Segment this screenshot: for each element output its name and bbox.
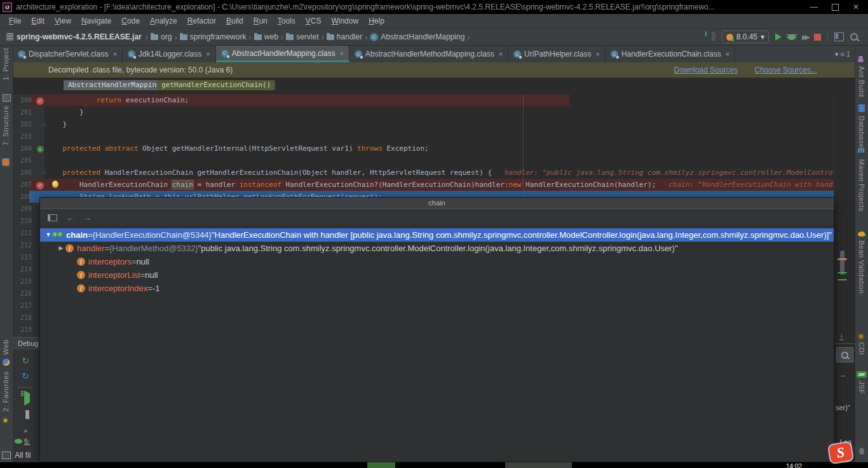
update-application-icon[interactable]: 011001⬇ xyxy=(704,32,715,42)
minimize-icon[interactable]: — xyxy=(810,3,818,11)
run-button[interactable] xyxy=(775,33,782,41)
breadcrumb-class[interactable]: CAbstractHandlerMapping xyxy=(370,32,465,41)
close-icon[interactable]: × xyxy=(206,50,210,58)
popup-title[interactable]: chain xyxy=(40,198,834,209)
taskbar-item[interactable] xyxy=(505,462,572,468)
editor-scrollbar-strip[interactable]: ↓ → ser)" xyxy=(834,94,855,462)
toolwindow-button-ant[interactable]: Ant Build xyxy=(858,66,865,97)
taskbar-item[interactable] xyxy=(367,462,395,468)
menu-item-vcs[interactable]: VCS xyxy=(301,17,327,25)
breadcrumb-handler[interactable]: handler xyxy=(327,32,362,41)
breadcrumb-web[interactable]: web xyxy=(254,32,278,41)
scrollbar-thumb[interactable] xyxy=(840,251,844,275)
right-toolwindow-stripe: Ant Build Database m Maven Projects Bean… xyxy=(855,46,868,468)
more-actions-icon[interactable]: » xyxy=(19,427,32,434)
close-icon[interactable]: ✕ xyxy=(853,3,859,11)
line-number: 213 xyxy=(13,251,34,263)
folder-icon xyxy=(151,34,158,40)
tab-abstracthandlermethodmapping[interactable]: C AbstractHandlerMethodMapping.class × xyxy=(349,46,508,62)
coverage-button[interactable]: ▶▶ xyxy=(802,33,808,41)
close-icon[interactable]: × xyxy=(112,50,116,58)
scroll-to-end-icon[interactable]: ↓ xyxy=(839,331,843,340)
intention-bulb-icon[interactable] xyxy=(52,181,58,188)
back-icon[interactable]: ← xyxy=(66,213,74,223)
code-line-204: 204↓ protected abstract Object getHandle… xyxy=(13,142,834,155)
override-icon[interactable]: ↓ xyxy=(37,146,44,153)
class-icon: C xyxy=(128,50,135,58)
menu-item-tools[interactable]: Tools xyxy=(273,17,301,25)
tab-dispatcherservlet[interactable]: C DispatcherServlet.class × xyxy=(13,46,123,62)
maximize-icon[interactable] xyxy=(832,4,839,11)
toolwindow-button-jsf[interactable]: JSF xyxy=(858,381,865,394)
debug-stripe-mark[interactable] xyxy=(837,272,847,273)
show-fields-icon[interactable] xyxy=(48,214,57,221)
variable-row-handler[interactable]: ▶fhandler = {HandlerMethod@5332} "public… xyxy=(40,242,834,255)
toolwindow-button-beanvalidation[interactable]: Bean Validation xyxy=(858,240,865,294)
breadcrumb-chip-class[interactable]: AbstractHandlerMapping xyxy=(64,80,165,90)
search-icon[interactable] xyxy=(850,33,858,41)
resume-icon[interactable]: ↻ xyxy=(19,371,32,381)
toolwindow-button-project[interactable]: 1: Project xyxy=(2,48,10,80)
breakpoint-icon[interactable]: ✓ xyxy=(36,182,44,189)
evaluate-expression-icon[interactable] xyxy=(836,347,853,362)
breakpoint-icon[interactable]: ✓ xyxy=(36,97,44,105)
toolwindow-switcher-icon[interactable] xyxy=(2,451,11,459)
menu-item-code[interactable]: Code xyxy=(116,17,145,25)
close-icon[interactable]: × xyxy=(339,50,343,57)
tab-jdk14logger[interactable]: C Jdk14Logger.class × xyxy=(123,46,216,62)
breadcrumb-org[interactable]: org xyxy=(151,32,172,41)
run-configuration-select[interactable]: 8.0.45 ▾ xyxy=(722,31,769,43)
choose-sources-link[interactable]: Choose Sources... xyxy=(754,65,817,74)
tab-abstracthandlermapping[interactable]: C AbstractHandlerMapping.class × xyxy=(216,46,349,62)
gutter-icons[interactable]: ✓ xyxy=(34,94,46,106)
tab-overflow-button[interactable]: ▾ ≡ 1 xyxy=(835,46,855,62)
close-icon[interactable]: × xyxy=(595,50,599,58)
menu-item-view[interactable]: View xyxy=(50,17,76,25)
gutter-icons[interactable]: ↓ xyxy=(34,142,46,155)
toolwindow-button-maven[interactable]: Maven Projects xyxy=(858,159,865,212)
menu-item-build[interactable]: Build xyxy=(221,17,248,25)
expander-icon[interactable]: ▶ xyxy=(57,242,65,255)
expander-icon[interactable]: ▼ xyxy=(44,228,53,242)
debug-button[interactable] xyxy=(788,34,796,40)
breadcrumb-jar[interactable]: spring-webmvc-4.2.5.RELEASE.jar xyxy=(17,32,142,41)
debug-toolwindow-button[interactable]: 5: xyxy=(15,437,30,445)
menu-item-analyze[interactable]: Analyze xyxy=(145,17,182,25)
toolwindow-button-structure[interactable]: 7: Structure xyxy=(2,106,10,146)
toolwindow-button-favorites[interactable]: 2: Favorites xyxy=(2,371,10,411)
pause-icon[interactable] xyxy=(19,410,32,419)
menu-item-window[interactable]: Window xyxy=(326,17,363,25)
debug-stripe-mark[interactable] xyxy=(837,279,847,280)
menu-item-run[interactable]: Run xyxy=(248,17,273,25)
error-stripe-mark[interactable] xyxy=(837,258,847,260)
toolwindow-button-web[interactable]: Web xyxy=(2,340,10,355)
menu-item-navigate[interactable]: Navigate xyxy=(76,17,116,25)
layout-icon[interactable] xyxy=(834,32,844,41)
breadcrumb-servlet[interactable]: servlet xyxy=(286,32,318,41)
breadcrumb-chip-method[interactable]: getHandlerExecutionChain() xyxy=(157,80,275,90)
toolwindow-button-database[interactable]: Database xyxy=(858,116,865,148)
rerun-icon[interactable]: ↻ xyxy=(19,355,32,366)
menu-item-file[interactable]: File xyxy=(4,17,26,25)
tab-urlpathhelper[interactable]: C UrlPathHelper.class × xyxy=(508,46,606,62)
variable-row-interceptorIndex[interactable]: finterceptorIndex = -1 xyxy=(40,282,834,295)
stop-button[interactable] xyxy=(814,34,821,41)
variable-row-interceptorList[interactable]: finterceptorList = null xyxy=(40,268,834,282)
menu-item-help[interactable]: Help xyxy=(363,17,390,25)
variable-row-interceptors[interactable]: finterceptors = null xyxy=(40,255,834,268)
variables-tree: ▼chain = {HandlerExecutionChain@5344} "H… xyxy=(40,226,834,295)
download-sources-link[interactable]: Download Sources xyxy=(674,65,738,74)
breadcrumb-springframework[interactable]: springframework xyxy=(180,32,247,41)
resume-program-icon[interactable] xyxy=(19,394,32,403)
menu-item-edit[interactable]: Edit xyxy=(26,17,50,25)
forward-icon[interactable]: → xyxy=(83,213,92,223)
close-icon[interactable]: × xyxy=(499,50,503,58)
step-icon[interactable]: → xyxy=(839,370,846,379)
variable-row-chain[interactable]: ▼chain = {HandlerExecutionChain@5344} "H… xyxy=(40,228,834,242)
toolwindow-button-cdi[interactable]: CDI xyxy=(858,342,865,355)
menu-item-refactor[interactable]: Refactor xyxy=(182,17,221,25)
windows-taskbar[interactable]: 14:02 xyxy=(0,462,868,468)
tab-handlerexecutionchain[interactable]: C HandlerExecutionChain.class × xyxy=(606,46,735,62)
gutter-icons[interactable]: ✓ xyxy=(34,179,46,191)
close-icon[interactable]: × xyxy=(726,50,729,58)
